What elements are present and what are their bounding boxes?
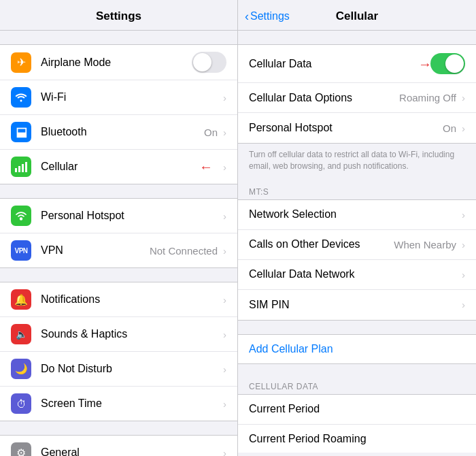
screentime-icon: ⏱ — [11, 393, 31, 414]
bluetooth-chevron: › — [223, 127, 226, 138]
svg-rect-0 — [15, 168, 17, 172]
cellular-data-toggle[interactable] — [430, 53, 465, 74]
cellular-data-network-chevron: › — [462, 269, 465, 280]
row-sounds[interactable]: 🔈 Sounds & Haptics › — [0, 317, 237, 352]
network-selection-chevron: › — [462, 209, 465, 221]
cellular-options-label: Cellular Data Options — [249, 92, 399, 104]
row-sim-pin[interactable]: SIM PIN › — [238, 290, 476, 320]
screentime-chevron: › — [223, 398, 226, 410]
hotspot-label: Personal Hotspot — [41, 210, 222, 222]
vpn-label: VPN — [41, 244, 150, 257]
personal-hotspot-right-value: On — [443, 123, 456, 134]
right-content: Cellular Data → Cellular Data Options Ro… — [238, 31, 476, 453]
row-vpn[interactable]: VPN VPN Not Connected › — [0, 233, 237, 267]
section-cellular-data: CELLULAR DATA — [238, 378, 476, 394]
hotspot-chevron: › — [223, 210, 226, 222]
airplane-label: Airplane Mode — [41, 56, 192, 69]
row-bluetooth[interactable]: ⬓ Bluetooth On › — [0, 115, 237, 150]
row-network-selection[interactable]: Network Selection › — [238, 200, 476, 230]
general-label: General — [41, 446, 222, 456]
group-cellular-data: Current Period Current Period Roaming Sy… — [238, 394, 476, 453]
sounds-icon: 🔈 — [11, 324, 31, 344]
row-cellular-data-network[interactable]: Cellular Data Network › — [238, 260, 476, 290]
airplane-toggle[interactable] — [192, 52, 226, 73]
hotspot-icon — [11, 206, 31, 226]
dnd-label: Do Not Disturb — [41, 363, 222, 375]
group-top: Cellular Data → Cellular Data Options Ro… — [238, 44, 476, 144]
notifications-icon: 🔔 — [11, 289, 31, 310]
wifi-icon — [11, 87, 31, 108]
right-panel: ‹ Settings Cellular Cellular Data → Cell… — [238, 0, 476, 456]
general-icon: ⚙ — [11, 442, 31, 456]
row-airplane[interactable]: ✈ Airplane Mode — [0, 45, 237, 80]
row-dnd[interactable]: 🌙 Do Not Disturb › — [0, 352, 237, 387]
notifications-label: Notifications — [41, 293, 222, 306]
group-hotspot-vpn: Personal Hotspot › VPN VPN Not Connected… — [0, 198, 237, 268]
notifications-chevron: › — [223, 294, 226, 306]
sounds-label: Sounds & Haptics — [41, 328, 222, 340]
row-general[interactable]: ⚙ General › — [0, 436, 237, 456]
dnd-icon: 🌙 — [11, 359, 31, 379]
current-period-label: Current Period — [249, 403, 465, 415]
cellular-toggle-annotation-arrow: → — [418, 56, 432, 71]
screentime-label: Screen Time — [41, 397, 222, 410]
airplane-icon: ✈ — [11, 52, 31, 73]
row-wifi[interactable]: Wi-Fi › — [0, 80, 237, 115]
personal-hotspot-right-chevron: › — [462, 123, 465, 134]
sim-pin-label: SIM PIN — [249, 299, 460, 311]
section-mts: MT:S — [238, 183, 476, 199]
vpn-icon: VPN — [11, 240, 31, 261]
cellular-label: Cellular — [41, 161, 222, 173]
calls-other-value: When Nearby — [394, 239, 456, 250]
cellular-icon — [11, 157, 31, 177]
group-notifications: 🔔 Notifications › 🔈 Sounds & Haptics › 🌙… — [0, 282, 237, 421]
row-cellular-data[interactable]: Cellular Data → — [238, 45, 476, 83]
row-personal-hotspot[interactable]: Personal Hotspot › — [0, 199, 237, 233]
row-current-period-roaming[interactable]: Current Period Roaming — [238, 425, 476, 453]
right-header: ‹ Settings Cellular — [238, 0, 476, 31]
cellular-options-value: Roaming Off — [399, 92, 456, 103]
group-general: ⚙ General › 🎛 Control Center › AA Displa… — [0, 435, 237, 456]
bluetooth-icon: ⬓ — [11, 122, 31, 142]
info-text: Turn off cellular data to restrict all d… — [238, 144, 476, 180]
network-selection-label: Network Selection — [249, 208, 460, 221]
personal-hotspot-right-label: Personal Hotspot — [249, 122, 443, 134]
cellular-annotation-arrow: ← — [199, 159, 213, 175]
row-current-period[interactable]: Current Period — [238, 395, 476, 425]
vpn-value: Not Connected — [150, 245, 218, 257]
row-screentime[interactable]: ⏱ Screen Time › — [0, 387, 237, 421]
back-label: Settings — [250, 10, 290, 22]
general-chevron: › — [223, 447, 226, 457]
left-panel: Settings ✈ Airplane Mode Wi-Fi › ⬓ Bluet… — [0, 0, 238, 456]
group-connectivity: ✈ Airplane Mode Wi-Fi › ⬓ Bluetooth On ›… — [0, 44, 237, 184]
wifi-label: Wi-Fi — [41, 91, 222, 103]
svg-rect-2 — [22, 164, 24, 172]
vpn-chevron: › — [223, 245, 226, 257]
current-period-roaming-label: Current Period Roaming — [249, 433, 465, 445]
back-button[interactable]: ‹ Settings — [245, 10, 290, 24]
row-personal-hotspot-right[interactable]: Personal Hotspot On › — [238, 113, 476, 143]
cellular-options-chevron: › — [462, 92, 465, 103]
spacer1 — [238, 321, 476, 334]
sim-pin-chevron: › — [462, 299, 465, 310]
sounds-chevron: › — [223, 329, 226, 340]
add-plan-label: Add Cellular Plan — [249, 343, 333, 355]
row-cellular-options[interactable]: Cellular Data Options Roaming Off › — [238, 83, 476, 113]
cellular-data-network-label: Cellular Data Network — [249, 268, 460, 280]
back-chevron-icon: ‹ — [245, 10, 249, 24]
cellular-chevron: › — [223, 161, 226, 173]
calls-other-chevron: › — [462, 239, 465, 250]
right-title: Cellular — [336, 10, 378, 23]
row-calls-other[interactable]: Calls on Other Devices When Nearby › — [238, 230, 476, 260]
left-header: Settings — [0, 0, 237, 31]
svg-rect-3 — [25, 162, 27, 172]
group-mts: Network Selection › Calls on Other Devic… — [238, 199, 476, 321]
row-notifications[interactable]: 🔔 Notifications › — [0, 282, 237, 317]
svg-rect-1 — [18, 166, 20, 172]
add-cellular-plan[interactable]: Add Cellular Plan — [238, 334, 476, 364]
cellular-data-label: Cellular Data — [249, 58, 430, 70]
bluetooth-value: On — [204, 127, 218, 138]
row-cellular[interactable]: Cellular ← › — [0, 150, 237, 184]
bluetooth-label: Bluetooth — [41, 126, 204, 138]
spacer2 — [238, 364, 476, 375]
